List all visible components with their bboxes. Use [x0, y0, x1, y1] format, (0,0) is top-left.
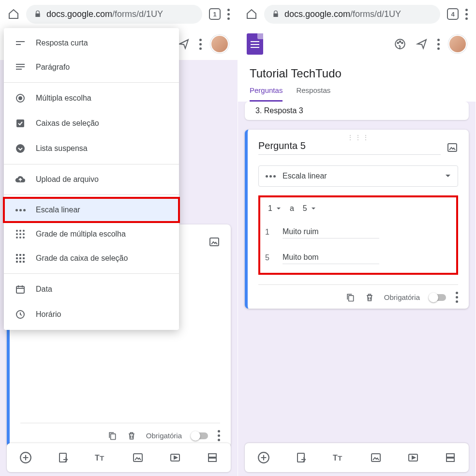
add-image-toolbar-icon[interactable]: [370, 452, 382, 463]
grid-checkbox-icon: [16, 254, 25, 263]
browser-menu-icon[interactable]: [465, 9, 468, 20]
lock-icon: [34, 10, 42, 18]
menu-label: Data: [36, 285, 52, 294]
menu-label: Grade da caixa de seleção: [36, 254, 128, 263]
required-toggle[interactable]: [430, 294, 446, 301]
add-title-icon[interactable]: Tᴛ: [95, 453, 106, 462]
required-label: Obrigatória: [146, 431, 182, 440]
content-right: 3. Resposta 3 ⋮⋮⋮ Pergunta 5 Escala line…: [238, 102, 476, 476]
menu-paragraph[interactable]: Parágrafo: [4, 55, 179, 79]
svg-point-14: [18, 96, 22, 100]
tab-questions[interactable]: Perguntas: [250, 86, 283, 102]
question-more-icon[interactable]: [456, 292, 458, 303]
app-header: [238, 28, 476, 60]
more-icon[interactable]: [199, 39, 202, 50]
home-icon[interactable]: [246, 8, 257, 20]
import-questions-icon[interactable]: [296, 452, 307, 463]
question-type-select[interactable]: Escala linear: [258, 165, 458, 187]
svg-rect-17: [16, 286, 24, 293]
send-icon[interactable]: [177, 38, 191, 50]
menu-multiple-choice[interactable]: Múltipla escolha: [4, 86, 179, 111]
forms-logo-icon[interactable]: [247, 33, 263, 55]
delete-icon[interactable]: [365, 292, 374, 303]
add-video-icon[interactable]: [169, 452, 181, 463]
label-low-input[interactable]: [283, 225, 379, 238]
avatar[interactable]: [448, 35, 467, 53]
browser-bar: docs.google.com/forms/d/1UY 1: [0, 0, 238, 28]
menu-cb-grid[interactable]: Grade da caixa de seleção: [4, 246, 179, 270]
menu-mc-grid[interactable]: Grade de múltipla escolha: [4, 222, 179, 246]
menu-date[interactable]: Data: [4, 277, 179, 302]
add-title-icon[interactable]: Tᴛ: [333, 453, 344, 462]
chevron-down-icon: [445, 174, 451, 178]
svg-rect-12: [208, 458, 216, 461]
chevron-down-icon: [311, 207, 316, 210]
lock-icon: [272, 10, 280, 18]
svg-text:Tᴛ: Tᴛ: [333, 454, 342, 462]
question-more-icon[interactable]: [218, 430, 220, 441]
label-high-input[interactable]: [283, 251, 379, 264]
svg-rect-24: [348, 295, 353, 301]
label-high-row: 5: [265, 251, 451, 264]
required-toggle[interactable]: [192, 432, 208, 439]
send-icon[interactable]: [415, 38, 429, 50]
range-from-select[interactable]: 1: [268, 204, 281, 213]
grid-radio-icon: [16, 230, 25, 238]
url-bar[interactable]: docs.google.com/forms/d/1UY: [26, 5, 202, 24]
add-image-icon[interactable]: [446, 142, 458, 153]
menu-dropdown[interactable]: Lista suspensa: [4, 136, 179, 161]
avatar[interactable]: [210, 35, 229, 53]
menu-label: Escala linear: [36, 206, 80, 214]
dropdown-icon: [15, 144, 25, 153]
tab-responses[interactable]: Respostas: [296, 86, 330, 102]
question-title-input[interactable]: Pergunta 5: [258, 140, 441, 155]
menu-short-answer[interactable]: Resposta curta: [4, 31, 179, 55]
range-to-select[interactable]: 5: [303, 204, 316, 213]
tab-count[interactable]: 1: [209, 8, 221, 20]
more-icon[interactable]: [437, 39, 440, 50]
add-question-icon[interactable]: [19, 451, 32, 464]
svg-point-16: [16, 144, 25, 153]
copy-icon[interactable]: [345, 292, 355, 303]
menu-checkboxes[interactable]: Caixas de seleção: [4, 111, 179, 136]
radio-icon: [15, 93, 25, 103]
add-section-icon[interactable]: [445, 452, 456, 463]
menu-label: Parágrafo: [36, 63, 70, 72]
url-bar[interactable]: docs.google.com/forms/d/1UY: [264, 5, 440, 24]
svg-rect-31: [446, 458, 454, 461]
menu-divider: [4, 82, 179, 83]
home-icon[interactable]: [8, 8, 19, 20]
browser-menu-icon[interactable]: [227, 9, 230, 20]
add-video-icon[interactable]: [407, 452, 419, 463]
menu-file-upload[interactable]: Upload de arquivo: [4, 167, 179, 192]
svg-text:Tᴛ: Tᴛ: [95, 454, 104, 462]
menu-linear-scale[interactable]: Escala linear: [4, 198, 179, 222]
svg-rect-23: [448, 144, 457, 151]
bottom-toolbar: Tᴛ: [7, 443, 231, 472]
drag-handle-icon[interactable]: ⋮⋮⋮: [347, 134, 370, 141]
menu-time[interactable]: Horário: [4, 302, 179, 327]
cloud-upload-icon: [15, 176, 26, 183]
form-title[interactable]: Tutorial TechTudo: [250, 67, 464, 80]
short-answer-icon: [15, 40, 26, 46]
menu-divider: [4, 194, 179, 195]
card-footer: Obrigatória: [258, 284, 458, 303]
tab-count[interactable]: 4: [447, 8, 459, 20]
add-question-icon[interactable]: [257, 451, 270, 464]
palette-icon[interactable]: [394, 38, 406, 50]
copy-icon[interactable]: [107, 431, 117, 441]
required-label: Obrigatória: [384, 293, 420, 301]
menu-label: Lista suspensa: [36, 144, 88, 153]
svg-point-21: [400, 41, 401, 43]
label-low-num: 1: [265, 228, 272, 237]
checkbox-icon: [15, 119, 25, 128]
delete-icon[interactable]: [127, 431, 136, 441]
add-image-icon[interactable]: [208, 236, 220, 248]
svg-rect-15: [16, 119, 24, 127]
add-section-icon[interactable]: [207, 452, 218, 463]
bottom-toolbar: Tᴛ: [245, 443, 469, 472]
add-image-toolbar-icon[interactable]: [132, 452, 144, 463]
import-questions-icon[interactable]: [58, 452, 69, 463]
svg-point-22: [402, 43, 403, 44]
calendar-icon: [15, 284, 25, 294]
